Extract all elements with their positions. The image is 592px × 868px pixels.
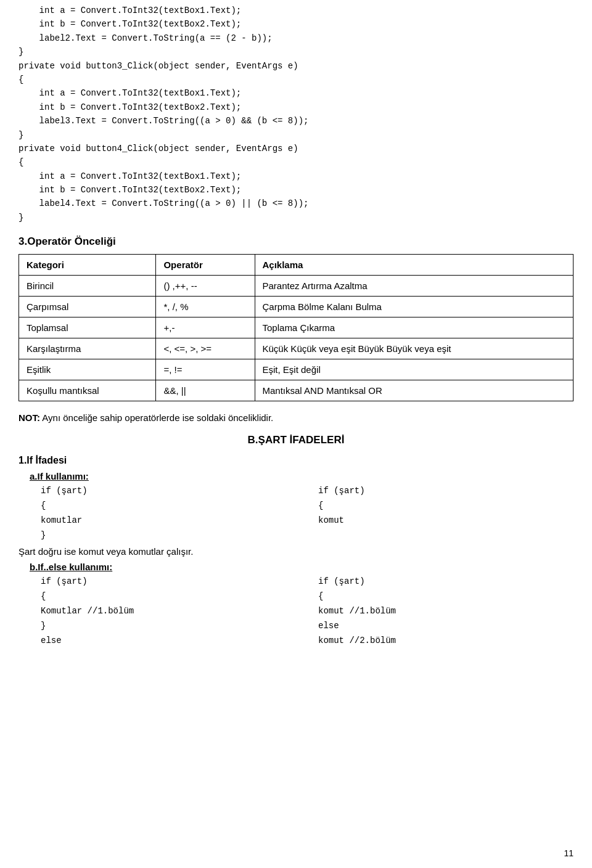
table-cell: +,- <box>156 317 255 338</box>
if-code-columns: if (şart) { komutlar } if (şart) { komut <box>18 484 574 542</box>
ifelse-code-left: if (şart) { Komutlar //1.bölüm } else <box>41 575 296 648</box>
table-cell: Karşılaştırma <box>19 338 156 359</box>
if-code-right: if (şart) { komut <box>318 484 574 542</box>
table-row: Karşılaştırma<, <=, >, >=Küçük Küçük vey… <box>19 338 574 359</box>
section-b-title: B.ŞART İFADELERİ <box>18 434 574 446</box>
table-header-row: Kategori Operatör Açıklama <box>19 255 574 276</box>
if-code-left: if (şart) { komutlar } <box>41 484 296 542</box>
table-cell: Birincil <box>19 276 156 297</box>
operator-table: Kategori Operatör Açıklama Birincil() ,+… <box>18 254 574 401</box>
table-cell: Eşitlik <box>19 359 156 380</box>
code-top-block: int a = Convert.ToInt32(textBox1.Text); … <box>18 4 574 224</box>
ifelse-code-columns: if (şart) { Komutlar //1.bölüm } else if… <box>18 575 574 648</box>
description-1: Şart doğru ise komut veya komutlar çalış… <box>18 546 574 557</box>
table-row: Çarpımsal*, /, %Çarpma Bölme Kalanı Bulm… <box>19 297 574 317</box>
table-header-kategori: Kategori <box>19 255 156 276</box>
table-cell: <, <=, >, >= <box>156 338 255 359</box>
table-cell: Çarpımsal <box>19 297 156 317</box>
subsection-1-heading: 1.If İfadesi <box>18 455 574 466</box>
table-cell: Çarpma Bölme Kalanı Bulma <box>255 297 573 317</box>
table-cell: =, != <box>156 359 255 380</box>
table-row: Koşullu mantıksal&&, ||Mantıksal AND Man… <box>19 380 574 401</box>
subsubsection-b-heading: b.If..else kullanımı: <box>30 562 574 572</box>
table-row: Birincil() ,++, --Parantez Artırma Azalt… <box>19 276 574 297</box>
table-cell: &&, || <box>156 380 255 401</box>
table-cell: *, /, % <box>156 297 255 317</box>
table-row: Eşitlik=, !=Eşit, Eşit değil <box>19 359 574 380</box>
subsubsection-a-heading: a.If kullanımı: <box>30 471 574 481</box>
table-cell: Küçük Küçük veya eşit Büyük Büyük veya e… <box>255 338 573 359</box>
table-cell: Parantez Artırma Azaltma <box>255 276 573 297</box>
table-cell: Toplama Çıkarma <box>255 317 573 338</box>
ifelse-code-right: if (şart) { komut //1.bölüm else komut /… <box>318 575 574 648</box>
table-header-aciklama: Açıklama <box>255 255 573 276</box>
table-row: Toplamsal+,-Toplama Çıkarma <box>19 317 574 338</box>
table-cell: Toplamsal <box>19 317 156 338</box>
table-cell: () ,++, -- <box>156 276 255 297</box>
table-cell: Eşit, Eşit değil <box>255 359 573 380</box>
table-cell: Mantıksal AND Mantıksal OR <box>255 380 573 401</box>
table-header-operator: Operatör <box>156 255 255 276</box>
operator-section-heading: 3.Operatör Önceliği <box>18 235 574 248</box>
note-text: NOT: Aynı önceliğe sahip operatörlerde i… <box>18 412 574 423</box>
table-cell: Koşullu mantıksal <box>19 380 156 401</box>
